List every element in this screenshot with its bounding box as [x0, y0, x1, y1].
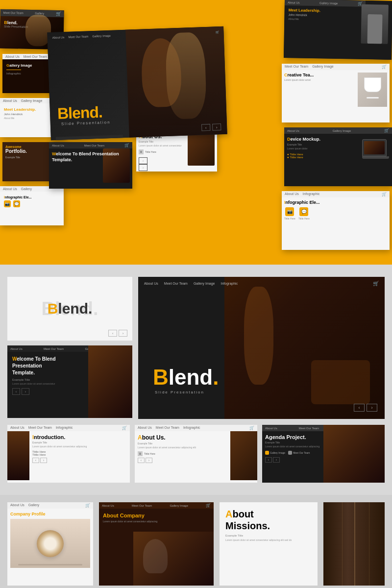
corridor-card: [323, 502, 385, 586]
icon-placeholder: ≡: [139, 149, 144, 154]
nav-item: About Us: [3, 99, 17, 102]
about-heading: About Us.: [138, 434, 227, 441]
agenda-slide: About Us Meet Our Team Infographic 🛒 Age…: [262, 425, 385, 483]
nav-item: Meet Our Team: [28, 426, 52, 430]
nav-arrows: ‹ ›: [108, 330, 127, 337]
coffee-image: [188, 134, 215, 166]
icon-social: 📷: [4, 200, 11, 207]
main-slide: About Us Meet Our Team Gallery Image 🛒 B…: [47, 26, 227, 140]
cart-icon: 🛒: [215, 30, 219, 34]
prev-button[interactable]: ‹: [108, 330, 117, 337]
coffee-cup-image: [358, 73, 387, 107]
next-btn[interactable]: ›: [40, 458, 47, 463]
nav-item: Gallery: [35, 12, 44, 15]
slide-desc: Lorem ipsum dolor sit amet consectetur a…: [138, 446, 227, 449]
slide-desc: Lorem ipsum dolor sit amet consectetur: [139, 144, 185, 147]
next-button[interactable]: ›: [367, 404, 377, 412]
slide-subtitle: Slide Presentation: [4, 25, 60, 29]
blend-title-card: Blend. Blend. ‹ ›: [7, 277, 132, 341]
meet-slide: About Us Gallery Image 🛒 Meet Leadership…: [284, 0, 392, 60]
slide-desc: Lorem ipsum dolor amet: [284, 78, 356, 82]
nav-item: Meet Our Team: [156, 426, 179, 430]
next-button[interactable]: ›: [139, 164, 147, 171]
missions-heading: AboutMissions.: [225, 508, 312, 532]
welcome-title: Welcome To BlendPresentationTemplate.: [12, 356, 127, 376]
person-photo: [361, 4, 389, 44]
nav-item: About Us: [144, 282, 158, 285]
example-label: Example Title: [138, 442, 227, 445]
mid-left-col: Blend. Blend. ‹ › About Us Meet Our Team…: [7, 277, 132, 419]
next-btn[interactable]: ›: [22, 388, 29, 395]
next-btn[interactable]: ›: [146, 458, 152, 463]
creative-slide: Meet Our Team Gallery Image 🛒 Creative T…: [282, 64, 390, 122]
nav-item: Gallery Image: [21, 99, 43, 102]
prev-button[interactable]: ‹: [354, 404, 365, 412]
cart-icon: 🛒: [122, 426, 127, 430]
welcome-slide: About Us Meet Our Team 🛒 Welcome To Blen…: [49, 142, 132, 189]
device-slide: About Us Gallery Image 🛒 Device Mockup. …: [284, 127, 392, 186]
nav-item: Gallery: [21, 187, 32, 191]
company-profile-card: About Us Gallery 🛒 Company Profile: [7, 502, 93, 586]
blend-title-text: Blend.: [48, 300, 93, 317]
intro-slide: About Us Meet Our Team Infographic 🛒 Int…: [7, 425, 130, 483]
nav-item: Meet Our Team: [132, 504, 152, 507]
prev-btn[interactable]: ‹: [138, 458, 145, 463]
brand-dot: .: [213, 365, 219, 390]
nav-item: Meet Our Team: [299, 427, 319, 430]
social-label: Tittle Here: [284, 217, 295, 220]
slide-desc: Lorem ipsum dolor sit amet consectetur: [12, 382, 127, 386]
company-label: Company Profile: [10, 512, 90, 516]
gallery-label: Gallery Image: [270, 451, 285, 454]
nav-item: Meet Our Team: [68, 35, 88, 39]
nav-item: Gallery Image: [194, 282, 215, 285]
brand-name-rest: lend.: [68, 103, 103, 122]
icon-gallery: [265, 451, 269, 455]
nav-item: Infographic: [303, 192, 320, 196]
creative-heading: Creative Tea...: [284, 73, 356, 77]
tittle-label-2: ● Tittle Here: [287, 156, 360, 159]
icon-instagram: 📷: [285, 207, 294, 216]
nav-item: About Us: [287, 129, 299, 132]
nav-item: Meet Our Team: [84, 144, 104, 147]
prev-btn[interactable]: ‹: [12, 388, 20, 395]
nav-item: About Us: [10, 347, 23, 350]
slide-text: allery Image: [9, 63, 32, 68]
next-button[interactable]: ›: [212, 123, 221, 131]
nav-item: Gallery Image: [333, 129, 351, 132]
main-blend-slide: About Us Meet Our Team Gallery Image Inf…: [138, 277, 385, 419]
about-company-heading: About Company: [103, 513, 210, 518]
top-collage: Meet Our Team Gallery 🛒 Blend. Slide Pre…: [0, 0, 392, 265]
icon-social: 💬: [13, 200, 20, 207]
team-label: Meet Our Team: [293, 451, 310, 454]
tittle-label-2: Tittle Here: [32, 453, 127, 456]
missions-letter: A: [225, 509, 232, 519]
missions-rest: boutMissions.: [225, 509, 270, 531]
next-button[interactable]: ›: [119, 330, 127, 337]
brand-letter-b: B: [153, 365, 169, 390]
next-btn[interactable]: ›: [273, 457, 280, 463]
icon-chat: 💬: [299, 207, 308, 216]
brand-letter: B: [48, 300, 58, 317]
prev-button[interactable]: ‹: [139, 157, 147, 164]
prev-button[interactable]: ‹: [201, 124, 210, 131]
coffee-bg-bottom: [133, 532, 214, 586]
prev-btn[interactable]: ‹: [32, 458, 39, 463]
nav-item: Gallery Image: [319, 1, 338, 5]
slide-desc: Lorem ipsum dolor sit amet consectetur a…: [265, 445, 382, 448]
brand-rest: lend.: [58, 300, 92, 317]
slide-desc: Lorem ipsum dolor sit amet consectetur a…: [103, 520, 210, 524]
nav-item: About Us: [265, 427, 277, 430]
nav-item: Meet Our Team: [3, 11, 24, 15]
nav-item: Infographic: [56, 426, 73, 430]
prev-btn[interactable]: ‹: [265, 457, 272, 463]
nav-item: About Us: [138, 426, 152, 430]
nav-item: Gallery: [28, 503, 39, 508]
agenda-heading: Agenda Project.: [265, 434, 382, 440]
tittle-label: Tittle Here: [144, 452, 155, 455]
cart-icon: 🛒: [382, 192, 387, 196]
coffee-beans-image: [230, 431, 257, 480]
person-name: John Hendrick: [288, 13, 361, 18]
nav-item: Infographic: [221, 282, 238, 285]
brand-name: lend: [169, 365, 213, 390]
infographic-slide: About Us Infographic 🛒 Infographic Ele..…: [282, 191, 390, 250]
